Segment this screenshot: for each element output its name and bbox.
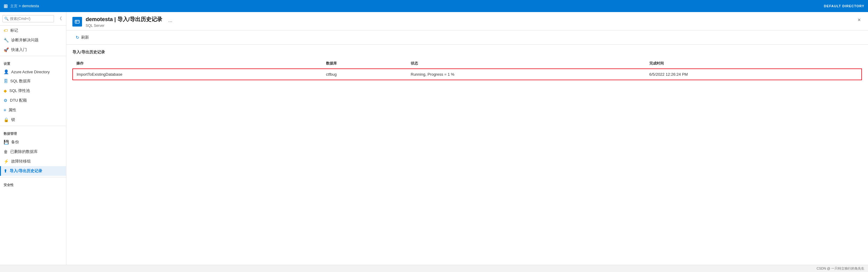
collapse-button[interactable]: 《: [56, 16, 64, 22]
sidebar-item-tag-label: 标记: [10, 28, 18, 33]
cell-completed: 6/5/2022 12:26:24 PM: [646, 69, 862, 80]
sidebar-item-import-label: 导入/导出历史记录: [10, 168, 42, 174]
more-options-button[interactable]: ···: [168, 19, 172, 24]
sidebar-item-sqlelastic-label: SQL 弹性池: [9, 88, 30, 93]
sqlelastic-icon: ◆: [4, 88, 7, 93]
col-status: 状态: [407, 59, 646, 69]
dtu-icon: ⚙: [4, 98, 7, 103]
lock-icon: 🔒: [4, 117, 9, 122]
cell-operation: ImportToExistingDatabase: [73, 69, 322, 80]
sidebar-item-import[interactable]: ⬆ 导入/导出历史记录: [0, 166, 66, 176]
failover-icon: ⚡: [4, 159, 9, 164]
sidebar-item-aad[interactable]: 👤 Azure Active Directory: [0, 67, 66, 76]
sidebar-item-dtu[interactable]: ⚙ DTU 配额: [0, 96, 66, 105]
sidebar-item-backup[interactable]: 💾 备份: [0, 137, 66, 147]
sidebar-item-dtu-label: DTU 配额: [10, 98, 27, 103]
col-database: 数据库: [322, 59, 407, 69]
sidebar-item-deleted-label: 已删除的数据库: [10, 149, 38, 154]
sidebar: 🔍 《 🏷 标记 🔧 诊断并解决问题 🚀 快速入门 设置 👤 Azure Act…: [0, 12, 66, 265]
main-content: 导入/导出历史记录 操作 数据库 状态 完成时间 ImportToExistin…: [66, 44, 868, 265]
directory-label: DEFAULT DIRECTORY: [824, 4, 864, 8]
sqldb-icon: 🗄: [4, 79, 8, 84]
sidebar-item-prop-label: 属性: [8, 108, 16, 113]
breadcrumb: 主页 > demotesta: [10, 4, 39, 9]
table-header-row: 操作 数据库 状态 完成时间: [73, 59, 862, 69]
main-layout: 🔍 《 🏷 标记 🔧 诊断并解决问题 🚀 快速入门 设置 👤 Azure Act…: [0, 12, 868, 265]
sidebar-section-data: 数据管理: [0, 127, 66, 137]
sidebar-divider-3: [0, 177, 66, 177]
content-area: demotesta | 导入/导出历史记录 SQL Server ··· × ↻…: [66, 12, 868, 265]
col-completed: 完成时间: [646, 59, 862, 69]
table-body: ImportToExistingDatabase ctfbug Running,…: [73, 69, 862, 80]
svg-rect-0: [75, 20, 79, 23]
toolbar: ↻ 刷新: [66, 30, 868, 44]
refresh-label: 刷新: [81, 35, 89, 40]
sidebar-item-prop[interactable]: ≡ 属性: [0, 105, 66, 115]
prop-icon: ≡: [4, 108, 6, 113]
close-button[interactable]: ×: [856, 16, 862, 24]
sidebar-item-sqldb[interactable]: 🗄 SQL 数据库: [0, 76, 66, 86]
aad-icon: 👤: [4, 69, 9, 74]
page-icon: [72, 17, 82, 27]
breadcrumb-separator: >: [19, 4, 21, 8]
backup-icon: 💾: [4, 140, 9, 145]
table-header: 操作 数据库 状态 完成时间: [73, 59, 862, 69]
sidebar-item-backup-label: 备份: [11, 139, 19, 145]
tag-icon: 🏷: [4, 28, 8, 33]
search-icon: 🔍: [4, 17, 9, 21]
cell-database: ctfbug: [322, 69, 407, 80]
refresh-icon: ↻: [76, 35, 79, 40]
top-bar-left: ⊞ 主页 > demotesta: [4, 3, 39, 9]
page-title: demotesta | 导入/导出历史记录: [86, 16, 162, 23]
refresh-button[interactable]: ↻ 刷新: [72, 33, 92, 42]
content-header-text: demotesta | 导入/导出历史记录 SQL Server: [86, 16, 162, 28]
table-row[interactable]: ImportToExistingDatabase ctfbug Running,…: [73, 69, 862, 80]
sidebar-item-aad-label: Azure Active Directory: [11, 70, 50, 74]
bottom-bar-text: CSDN @ 一只特立独行的免先生: [817, 266, 864, 271]
section-title: 导入/导出历史记录: [72, 50, 862, 55]
bottom-bar: CSDN @ 一只特立独行的免先生: [0, 265, 868, 272]
sidebar-section-settings: 设置: [0, 57, 66, 67]
sidebar-section-security: 安全性: [0, 179, 66, 188]
breadcrumb-current: demotesta: [22, 4, 39, 8]
sidebar-item-diag-label: 诊断并解决问题: [11, 37, 39, 43]
import-icon: ⬆: [4, 169, 7, 173]
breadcrumb-home[interactable]: 主页: [10, 4, 18, 9]
history-table: 操作 数据库 状态 完成时间 ImportToExistingDatabase …: [72, 59, 862, 80]
sidebar-item-lock[interactable]: 🔒 锁: [0, 115, 66, 125]
sidebar-item-lock-label: 锁: [11, 117, 15, 122]
sidebar-divider-2: [0, 126, 66, 126]
deleted-icon: 🗑: [4, 149, 8, 154]
sidebar-item-quick-label: 快速入门: [11, 47, 27, 53]
content-header: demotesta | 导入/导出历史记录 SQL Server ··· ×: [66, 12, 868, 30]
sidebar-item-deleted[interactable]: 🗑 已删除的数据库: [0, 147, 66, 156]
sidebar-item-sqlelastic[interactable]: ◆ SQL 弹性池: [0, 86, 66, 96]
sidebar-item-diag[interactable]: 🔧 诊断并解决问题: [0, 35, 66, 45]
cell-status: Running, Progress = 1 %: [407, 69, 646, 80]
sidebar-item-quick[interactable]: 🚀 快速入门: [0, 45, 66, 55]
top-bar: ⊞ 主页 > demotesta DEFAULT DIRECTORY: [0, 0, 868, 12]
col-operation: 操作: [73, 59, 322, 69]
page-subtitle: SQL Server: [86, 24, 162, 28]
sidebar-item-tag[interactable]: 🏷 标记: [0, 26, 66, 35]
azure-logo: ⊞: [4, 3, 8, 9]
search-input[interactable]: [2, 15, 54, 22]
sidebar-item-sqldb-label: SQL 数据库: [10, 79, 31, 84]
content-header-left: demotesta | 导入/导出历史记录 SQL Server ···: [72, 16, 172, 28]
sidebar-item-failover-label: 故障转移组: [11, 159, 31, 164]
diag-icon: 🔧: [4, 38, 9, 42]
quick-icon: 🚀: [4, 47, 9, 52]
sidebar-item-failover[interactable]: ⚡ 故障转移组: [0, 156, 66, 166]
sidebar-search-container: 🔍 《: [0, 12, 66, 26]
